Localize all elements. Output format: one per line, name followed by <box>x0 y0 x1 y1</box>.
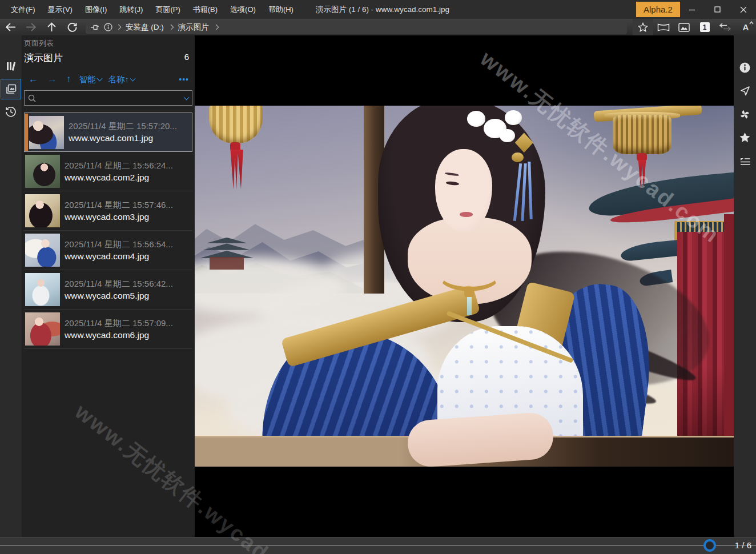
photo-gold-necklace <box>464 288 474 297</box>
panorama-icon <box>657 23 670 32</box>
breadcrumb-folder[interactable]: 演示图片 <box>177 22 210 33</box>
menu-file[interactable]: 文件(F) <box>5 0 42 19</box>
page-count: 6 <box>184 52 189 62</box>
maximize-button[interactable] <box>705 0 730 19</box>
list-up-button[interactable]: ↑ <box>63 74 75 85</box>
menu-jump[interactable]: 跳转(J) <box>113 0 149 19</box>
page-mode-badge: 1 <box>700 22 710 32</box>
list-item[interactable]: 2025/11/4 星期二 15:57:20...www.wycad.com1.… <box>24 113 192 152</box>
chevron-down-icon <box>96 76 102 82</box>
image-view-button[interactable] <box>674 19 694 35</box>
list-item[interactable]: 2025/11/4 星期二 15:56:42...www.wycad.com5.… <box>24 270 192 310</box>
up-button[interactable] <box>41 19 62 35</box>
search-input[interactable] <box>39 94 181 102</box>
thumbnail <box>25 155 60 188</box>
navigation-arrow-icon <box>739 85 751 97</box>
info-circle-icon[interactable] <box>104 23 112 31</box>
breadcrumb-chevron-icon <box>168 25 174 30</box>
navigator-panel-button[interactable] <box>735 81 755 101</box>
list-item[interactable]: 2025/11/4 星期二 15:57:09...www.wycad.com6.… <box>24 310 192 349</box>
forward-icon <box>26 23 37 31</box>
single-page-mode-button[interactable]: 1 <box>694 19 715 35</box>
photo-hair-flower <box>500 129 514 142</box>
window-controls <box>679 0 756 19</box>
effects-panel-button[interactable] <box>735 104 755 125</box>
photo-figure-face <box>435 149 492 232</box>
panorama-view-button[interactable] <box>653 19 674 35</box>
list-back-button[interactable]: ← <box>25 74 42 85</box>
back-icon <box>5 23 16 31</box>
address-bar[interactable]: 安装盘 (D:) 演示图片 <box>86 21 627 34</box>
list-item[interactable]: 2025/11/4 星期二 15:56:24...www.wycad.com2.… <box>24 152 192 191</box>
photo-figure-face <box>460 212 473 216</box>
sort-order-dropdown[interactable]: 名称↑ <box>106 74 137 85</box>
search-history-chevron-icon[interactable] <box>184 94 190 100</box>
menu-bar: 文件(F) 显示(V) 图像(I) 跳转(J) 页面(P) 书籍(B) 选项(O… <box>0 0 300 19</box>
window-title: 演示图片 (1 / 6) - www.wycad.com1.jpg <box>260 5 505 15</box>
page-slider-knob[interactable] <box>703 539 716 552</box>
menu-options[interactable]: 选项(O) <box>224 0 262 19</box>
bookshelf-panel-button[interactable] <box>1 56 21 77</box>
left-panel-rail <box>0 35 22 537</box>
app-window: 文件(F) 显示(V) 图像(I) 跳转(J) 页面(P) 书籍(B) 选项(O… <box>0 0 756 554</box>
search-icon <box>28 94 36 102</box>
breadcrumb-drive[interactable]: 安装盘 (D:) <box>124 22 165 33</box>
history-panel-button[interactable] <box>1 102 21 122</box>
information-panel-button[interactable] <box>735 57 755 78</box>
image-icon <box>678 23 690 32</box>
image-viewer-canvas[interactable] <box>195 35 734 537</box>
pin-icon[interactable] <box>90 24 100 31</box>
swap-arrows-icon <box>719 23 731 31</box>
bookshelf-icon <box>5 61 17 72</box>
list-more-button[interactable]: ••• <box>179 75 191 84</box>
panel-title: 页面列表 <box>24 38 54 49</box>
star-outline-icon <box>638 22 648 32</box>
version-badge: Alpha.2 <box>636 2 680 17</box>
item-filename: www.wycad.com1.jpg <box>69 133 177 143</box>
playlist-panel-button[interactable] <box>735 151 755 171</box>
list-forward-button[interactable]: → <box>44 74 61 85</box>
close-button[interactable] <box>730 0 756 19</box>
minimize-button[interactable] <box>679 0 705 19</box>
navigation-toolbar: 安装盘 (D:) 演示图片 1 A <box>0 19 756 35</box>
font-size-button[interactable]: A <box>735 19 756 35</box>
forward-button[interactable] <box>21 19 41 35</box>
book-title: 演示图片 <box>24 51 63 65</box>
page-list-panel-button[interactable] <box>1 79 21 99</box>
page-list-panel: 页面列表 演示图片 6 ← → ↑ 智能 名称↑ ••• 2025/11/4 星… <box>22 35 195 537</box>
list-item[interactable]: 2025/11/4 星期二 15:56:54...www.wycad.com4.… <box>24 231 192 270</box>
item-filename: www.wycad.com5.jpg <box>65 291 173 301</box>
item-date: 2025/11/4 星期二 15:57:09... <box>65 318 173 329</box>
back-button[interactable] <box>0 19 21 35</box>
up-icon <box>47 22 56 32</box>
item-date: 2025/11/4 星期二 15:57:46... <box>65 200 173 211</box>
breadcrumb-chevron-icon <box>213 25 219 30</box>
menu-view[interactable]: 显示(V) <box>42 0 79 19</box>
minimize-icon <box>689 6 695 13</box>
playlist-icon <box>739 156 751 166</box>
photo-lantern-left <box>228 150 243 190</box>
refresh-button[interactable] <box>62 19 82 35</box>
menu-page[interactable]: 页面(P) <box>149 0 186 19</box>
info-filled-icon <box>739 62 751 74</box>
title-bar: 文件(F) 显示(V) 图像(I) 跳转(J) 页面(P) 书籍(B) 选项(O… <box>0 0 756 19</box>
item-filename: www.wycad.com4.jpg <box>65 251 173 262</box>
item-date: 2025/11/4 星期二 15:56:24... <box>65 160 173 171</box>
photo-pagoda <box>210 257 243 269</box>
font-size-icon: A <box>743 23 749 31</box>
bookmark-panel-button[interactable] <box>735 127 755 148</box>
status-bar: 1 / 6 <box>0 537 756 554</box>
main-image <box>195 106 734 467</box>
bookmark-toggle-button[interactable] <box>633 19 653 35</box>
chevron-down-icon <box>130 76 135 82</box>
list-mode-dropdown[interactable]: 智能 <box>77 74 104 85</box>
menu-book[interactable]: 书籍(B) <box>187 0 224 19</box>
thumbnail <box>29 116 64 149</box>
page-slider-track[interactable] <box>0 545 756 546</box>
reading-direction-button[interactable] <box>715 19 735 35</box>
list-item[interactable]: 2025/11/4 星期二 15:57:46...www.wycad.com3.… <box>24 191 192 231</box>
menu-image[interactable]: 图像(I) <box>79 0 113 19</box>
photo-hair-flower <box>505 110 522 126</box>
item-date: 2025/11/4 星期二 15:56:42... <box>65 279 173 290</box>
search-box <box>24 90 192 106</box>
